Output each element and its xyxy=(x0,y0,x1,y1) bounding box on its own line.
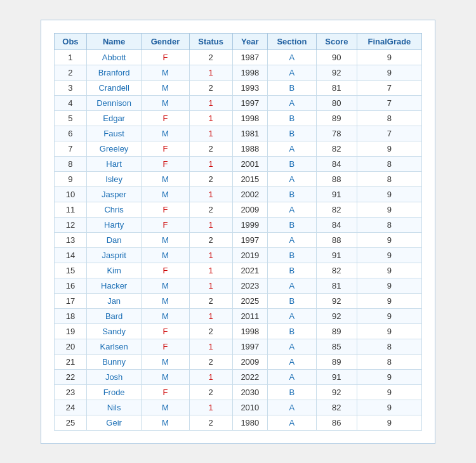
table-row: 13 Dan M 2 1997 A 88 9 xyxy=(55,232,422,247)
cell-score: 81 xyxy=(316,80,357,95)
cell-obs: 7 xyxy=(55,141,87,156)
cell-obs: 18 xyxy=(55,308,87,323)
cell-obs: 15 xyxy=(55,263,87,278)
cell-obs: 13 xyxy=(55,232,87,247)
cell-gender: M xyxy=(142,95,189,110)
cell-section: A xyxy=(267,354,316,369)
cell-obs: 20 xyxy=(55,339,87,354)
cell-score: 82 xyxy=(316,202,357,217)
cell-status: 1 xyxy=(189,278,232,293)
cell-gender: M xyxy=(142,65,189,80)
header-status: Status xyxy=(189,33,232,49)
cell-status: 1 xyxy=(189,156,232,171)
table-row: 15 Kim F 1 2021 B 82 9 xyxy=(55,263,422,278)
cell-year: 1980 xyxy=(232,415,267,430)
cell-name: Hacker xyxy=(86,278,142,293)
cell-gender: F xyxy=(142,339,189,354)
cell-score: 89 xyxy=(316,110,357,126)
cell-year: 2021 xyxy=(232,263,267,278)
cell-name: Greeley xyxy=(86,141,142,156)
cell-score: 91 xyxy=(316,186,357,202)
cell-finalgrade: 7 xyxy=(357,126,421,141)
cell-obs: 11 xyxy=(55,202,87,217)
cell-finalgrade: 8 xyxy=(357,217,421,232)
table-row: 6 Faust M 1 1981 B 78 7 xyxy=(55,126,422,141)
cell-name: Nils xyxy=(86,400,142,415)
cell-finalgrade: 9 xyxy=(357,369,421,384)
cell-name: Chris xyxy=(86,202,142,217)
cell-year: 1998 xyxy=(232,110,267,126)
cell-score: 80 xyxy=(316,95,357,110)
cell-section: A xyxy=(267,339,316,354)
cell-status: 1 xyxy=(189,126,232,141)
cell-status: 1 xyxy=(189,186,232,202)
cell-section: A xyxy=(267,171,316,186)
cell-gender: M xyxy=(142,293,189,308)
cell-finalgrade: 9 xyxy=(357,323,421,339)
cell-name: Bunny xyxy=(86,354,142,369)
cell-obs: 23 xyxy=(55,384,87,400)
cell-section: B xyxy=(267,263,316,278)
cell-score: 92 xyxy=(316,293,357,308)
cell-finalgrade: 9 xyxy=(357,49,421,65)
cell-obs: 6 xyxy=(55,126,87,141)
cell-year: 1998 xyxy=(232,65,267,80)
table-row: 2 Branford M 1 1998 A 92 9 xyxy=(55,65,422,80)
cell-year: 2010 xyxy=(232,400,267,415)
cell-gender: M xyxy=(142,171,189,186)
cell-gender: F xyxy=(142,323,189,339)
cell-score: 85 xyxy=(316,339,357,354)
cell-obs: 1 xyxy=(55,49,87,65)
cell-gender: F xyxy=(142,156,189,171)
cell-section: A xyxy=(267,232,316,247)
cell-year: 1997 xyxy=(232,232,267,247)
cell-score: 86 xyxy=(316,415,357,430)
cell-status: 1 xyxy=(189,369,232,384)
data-table: Obs Name Gender Status Year Section Scor… xyxy=(54,33,422,431)
cell-obs: 17 xyxy=(55,293,87,308)
cell-year: 2011 xyxy=(232,308,267,323)
header-name: Name xyxy=(86,33,142,49)
cell-gender: F xyxy=(142,141,189,156)
cell-name: Isley xyxy=(86,171,142,186)
cell-gender: M xyxy=(142,278,189,293)
cell-name: Edgar xyxy=(86,110,142,126)
cell-section: A xyxy=(267,369,316,384)
cell-year: 2022 xyxy=(232,369,267,384)
cell-year: 2019 xyxy=(232,247,267,263)
table-row: 12 Harty F 1 1999 B 84 8 xyxy=(55,217,422,232)
cell-section: A xyxy=(267,308,316,323)
cell-status: 1 xyxy=(189,308,232,323)
cell-finalgrade: 9 xyxy=(357,308,421,323)
cell-year: 1997 xyxy=(232,339,267,354)
cell-finalgrade: 7 xyxy=(357,95,421,110)
cell-score: 84 xyxy=(316,217,357,232)
cell-gender: M xyxy=(142,415,189,430)
cell-status: 2 xyxy=(189,354,232,369)
cell-score: 88 xyxy=(316,171,357,186)
table-row: 17 Jan M 2 2025 B 92 9 xyxy=(55,293,422,308)
cell-section: A xyxy=(267,278,316,293)
cell-year: 1993 xyxy=(232,80,267,95)
table-container: Obs Name Gender Status Year Section Scor… xyxy=(41,20,435,444)
cell-finalgrade: 7 xyxy=(357,80,421,95)
cell-obs: 25 xyxy=(55,415,87,430)
header-score: Score xyxy=(316,33,357,49)
cell-score: 82 xyxy=(316,141,357,156)
cell-name: Dan xyxy=(86,232,142,247)
cell-section: A xyxy=(267,202,316,217)
cell-score: 81 xyxy=(316,278,357,293)
cell-status: 2 xyxy=(189,293,232,308)
cell-finalgrade: 9 xyxy=(357,202,421,217)
cell-year: 2023 xyxy=(232,278,267,293)
table-row: 3 Crandell M 2 1993 B 81 7 xyxy=(55,80,422,95)
cell-finalgrade: 8 xyxy=(357,156,421,171)
cell-finalgrade: 9 xyxy=(357,141,421,156)
cell-section: B xyxy=(267,247,316,263)
cell-finalgrade: 9 xyxy=(357,278,421,293)
table-row: 18 Bard M 1 2011 A 92 9 xyxy=(55,308,422,323)
cell-section: A xyxy=(267,95,316,110)
cell-status: 2 xyxy=(189,171,232,186)
table-row: 14 Jasprit M 1 2019 B 91 9 xyxy=(55,247,422,263)
cell-gender: F xyxy=(142,384,189,400)
